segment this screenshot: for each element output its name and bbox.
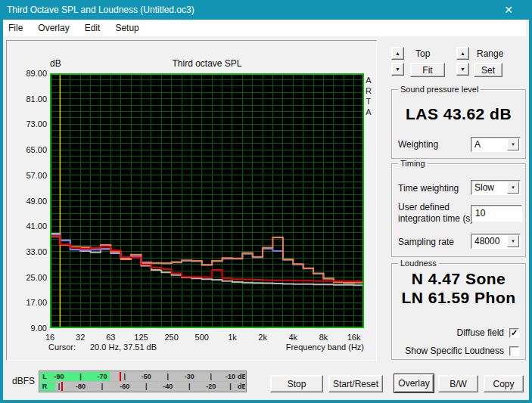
combo-dropdown-icon[interactable]: ▼ [507, 138, 519, 150]
x-tick-label: 16 [45, 333, 54, 342]
x-tick-label: 250 [164, 333, 178, 342]
sampling-rate-value: 48000 [474, 236, 499, 246]
y-tick-label: 33.00 [11, 247, 47, 256]
loudness-n-value: N 4.47 Sone [392, 270, 525, 288]
chart-panel: dB Third octave SPL 89.0081.0073.0065.00… [6, 40, 377, 361]
menu-item-overlay[interactable]: Overlay [30, 20, 76, 36]
y-tick-label: 17.00 [11, 298, 47, 307]
sampling-rate-label: Sampling rate [398, 237, 454, 247]
loudness-group: Loudness N 4.47 Sone LN 61.59 Phon Diffu… [391, 263, 526, 360]
range-down-button[interactable]: ▼ [456, 63, 469, 76]
b-w-button[interactable]: B/W [438, 375, 478, 392]
set-button-label: Set [481, 65, 495, 76]
menu-item-setup[interactable]: Setup [107, 20, 146, 36]
y-tick-label: 81.00 [11, 95, 47, 104]
specific-loudness-row: Show Specific Loudness [405, 346, 519, 356]
overlay-button[interactable]: Overlay [394, 374, 434, 392]
fit-button-label: Fit [422, 65, 432, 76]
stop-button[interactable]: Stop [270, 375, 323, 392]
meter-scale-mark: -50 [142, 372, 151, 381]
top-label: Top [415, 48, 430, 59]
y-tick-label: 57.00 [11, 171, 47, 180]
meter-scale-mark: -60 [120, 382, 129, 391]
up-arrow-icon: ▲ [395, 51, 400, 56]
x-tick-label: 16k [347, 333, 361, 342]
meter-bar: |-80|-60|-40|-20|dB [49, 382, 245, 391]
meter-channel-label: R [40, 382, 49, 391]
meter-row-r: R|-80|-60|-40|-20|dB [40, 382, 245, 391]
menu-item-file[interactable]: File [0, 20, 30, 36]
x-tick-label: 500 [195, 333, 209, 342]
fit-button[interactable]: Fit [410, 63, 445, 77]
loudness-group-title: Loudness [398, 259, 439, 268]
time-weighting-label: Time weighting [398, 183, 459, 194]
start-reset-button[interactable]: Start/Reset [328, 375, 383, 392]
set-button[interactable]: Set [474, 63, 502, 77]
specific-loudness-checkbox[interactable] [509, 346, 519, 356]
meter-peak-indicator [120, 372, 121, 381]
y-tick-label: 9.00 [11, 324, 47, 333]
arta-letter: A [366, 107, 372, 117]
range-up-button[interactable]: ▲ [456, 47, 469, 60]
arta-letter: A [366, 75, 372, 85]
time-weighting-value: Slow [474, 182, 494, 193]
time-weighting-combo[interactable]: Slow ▼ [471, 180, 521, 195]
diffuse-field-checkbox[interactable]: ✓ [509, 328, 519, 338]
x-tick-label: 32 [76, 333, 85, 342]
menu-item-edit[interactable]: Edit [77, 20, 108, 36]
x-tick-label: 8k [319, 333, 328, 342]
cursor-label: Cursor: [48, 343, 76, 352]
arta-watermark: ARTA [366, 75, 372, 117]
spl-plot-canvas[interactable] [50, 73, 364, 328]
down-arrow-icon: ▼ [460, 67, 465, 72]
y-tick-label: 49.00 [11, 197, 47, 206]
spl-group-title: Sound pressure level [398, 85, 481, 94]
x-axis-title: Frequency band (Hz) [286, 343, 364, 352]
menu-bar: FileOverlayEditSetup [0, 20, 526, 36]
weighting-combo[interactable]: A ▼ [471, 137, 521, 152]
meter-scale-mark: -20 [206, 382, 216, 391]
y-tick-label: 73.00 [11, 119, 47, 129]
meter-scale-mark: -90 [54, 372, 64, 381]
y-tick-label: 25.00 [11, 273, 47, 282]
sampling-rate-combo[interactable]: 48000 ▼ [471, 234, 521, 249]
meter-row-l: L-90|-70|-50|-30|-10dB [40, 372, 245, 381]
x-tick-label: 4k [288, 333, 297, 342]
range-label: Range [477, 48, 503, 59]
x-axis-labels: 1632631252505001k2k4k8k16k [50, 333, 364, 343]
meter-scale-mark: -80 [76, 382, 86, 391]
meter-peak-indicator [61, 382, 63, 391]
dbfs-caption: dBFS [12, 376, 35, 386]
cursor-value: 20.0 Hz, 37.51 dB [90, 343, 157, 352]
meter-scale-mark: | [166, 372, 169, 381]
top-down-button[interactable]: ▼ [391, 63, 404, 76]
meter-scale-mark: | [145, 382, 148, 391]
y-tick-label: 89.00 [11, 69, 47, 78]
combo-dropdown-icon[interactable]: ▼ [507, 181, 519, 194]
spl-value: LAS 43.62 dB [392, 105, 525, 123]
meter-fill [49, 382, 55, 391]
specific-loudness-label: Show Specific Loudness [405, 346, 504, 356]
x-tick-label: 1k [228, 333, 237, 342]
copy-button[interactable]: Copy [484, 375, 524, 392]
integration-time-input[interactable]: 10 [471, 205, 522, 222]
loudness-ln-value: LN 61.59 Phon [392, 289, 525, 307]
up-arrow-icon: ▲ [460, 51, 465, 56]
top-up-button[interactable]: ▲ [391, 47, 404, 60]
trace-red [50, 236, 364, 281]
timing-group: Timing Time weighting Slow ▼ User define… [391, 163, 526, 257]
level-meter: L-90|-70|-50|-30|-10dBR|-80|-60|-40|-20|… [39, 370, 247, 392]
meter-scale-mark: -30 [185, 372, 194, 381]
meter-scale-mark: | [188, 382, 191, 391]
integration-label-line1: User defined [398, 202, 450, 212]
meter-scale-mark: | [229, 382, 232, 391]
diffuse-field-label: Diffuse field [457, 327, 504, 338]
trace-orange [50, 237, 364, 283]
close-button[interactable]: ✕ [496, 0, 521, 20]
timing-group-title: Timing [398, 159, 428, 168]
arta-spl-window: Third Octave SPL and Loudness (Untitled.… [0, 0, 532, 403]
spl-group: Sound pressure level LAS 43.62 dB Weight… [391, 89, 526, 159]
meter-scale-mark: | [58, 382, 61, 391]
combo-dropdown-icon[interactable]: ▼ [507, 235, 519, 247]
title-bar[interactable]: Third Octave SPL and Loudness (Untitled.… [0, 0, 532, 20]
